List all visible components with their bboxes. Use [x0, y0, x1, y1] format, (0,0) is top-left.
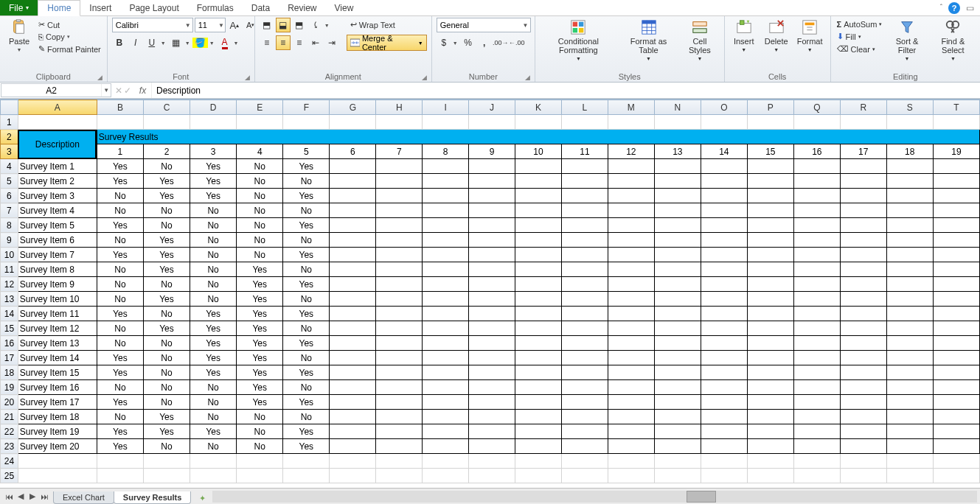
cell-styles-button[interactable]: Cell Styles▼ — [680, 18, 720, 63]
currency-dropdown[interactable]: ▼ — [451, 41, 459, 46]
cell-value[interactable] — [886, 365, 933, 380]
cell-value[interactable] — [561, 395, 608, 410]
cell-value[interactable] — [376, 233, 423, 248]
increase-decimal-icon[interactable]: .00→ — [493, 35, 508, 50]
cell-value[interactable] — [933, 277, 979, 292]
cell-value[interactable]: Yes — [97, 218, 143, 233]
cell-value[interactable]: No — [143, 351, 190, 365]
name-box-dropdown[interactable]: ▼ — [101, 84, 111, 97]
cell-value[interactable] — [654, 365, 701, 380]
fill-color-button[interactable]: 🪣 — [193, 35, 208, 50]
paste-button[interactable]: Paste ▼ — [4, 18, 34, 54]
row-header-12[interactable]: 12 — [1, 277, 18, 292]
cell-value[interactable]: No — [97, 321, 143, 336]
cell-item-label[interactable]: Survey Item 8 — [18, 262, 97, 277]
cell-value[interactable] — [793, 218, 840, 233]
cell-value[interactable] — [423, 351, 469, 365]
cell[interactable] — [515, 454, 561, 469]
col-header-E[interactable]: E — [237, 100, 283, 115]
cell-value[interactable]: No — [97, 277, 143, 292]
cell-value[interactable] — [561, 410, 608, 424]
cell-value[interactable] — [840, 424, 886, 439]
cell-value[interactable] — [654, 380, 701, 395]
cell[interactable] — [561, 454, 608, 469]
cell-value[interactable] — [515, 307, 561, 321]
cell-value[interactable] — [561, 262, 608, 277]
sheet-nav-prev-icon[interactable]: ◀ — [15, 491, 27, 503]
cell-value[interactable]: No — [143, 365, 190, 380]
cell-value[interactable] — [701, 380, 747, 395]
cell-value[interactable]: Yes — [237, 292, 283, 307]
increase-font-icon[interactable]: A▴ — [227, 18, 242, 32]
cell-value[interactable] — [654, 292, 701, 307]
cell-value[interactable] — [701, 233, 747, 248]
cell-value[interactable] — [747, 174, 793, 189]
cell-value[interactable] — [469, 262, 515, 277]
cell-value[interactable]: No — [237, 248, 283, 262]
cell-item-label[interactable]: Survey Item 17 — [18, 395, 97, 410]
orientation-dropdown[interactable]: ▼ — [323, 23, 331, 28]
cell-value[interactable] — [376, 174, 423, 189]
cell[interactable] — [747, 469, 793, 483]
cell-value[interactable] — [793, 321, 840, 336]
cell[interactable] — [330, 469, 376, 483]
row-header-25[interactable]: 25 — [1, 469, 18, 483]
col-header-M[interactable]: M — [608, 100, 654, 115]
cell-value[interactable] — [701, 292, 747, 307]
cell[interactable] — [283, 469, 330, 483]
cell-value[interactable] — [423, 292, 469, 307]
cell[interactable] — [747, 115, 793, 130]
cell-value[interactable] — [654, 248, 701, 262]
row-header-22[interactable]: 22 — [1, 424, 18, 439]
cell-value[interactable]: No — [190, 203, 237, 218]
cell-value[interactable] — [886, 174, 933, 189]
cell-value[interactable] — [469, 174, 515, 189]
cell-value[interactable] — [376, 189, 423, 203]
cell[interactable] — [701, 454, 747, 469]
cell[interactable] — [701, 115, 747, 130]
cell-value[interactable] — [747, 233, 793, 248]
cell-value[interactable] — [933, 218, 979, 233]
cell-value[interactable] — [423, 321, 469, 336]
cell-value[interactable]: Yes — [283, 439, 330, 454]
cell-value[interactable] — [608, 248, 654, 262]
cell-value[interactable]: Yes — [97, 159, 143, 174]
cell-value[interactable] — [701, 365, 747, 380]
cell-item-label[interactable]: Survey Item 14 — [18, 351, 97, 365]
border-dropdown[interactable]: ▼ — [184, 41, 192, 46]
cell-value[interactable] — [561, 380, 608, 395]
col-header-O[interactable]: O — [701, 100, 747, 115]
cell-value[interactable] — [793, 262, 840, 277]
cell-value[interactable] — [330, 159, 376, 174]
sheet-nav-next-icon[interactable]: ▶ — [27, 491, 38, 503]
cell-value[interactable] — [793, 439, 840, 454]
fx-icon[interactable]: fx — [134, 83, 152, 98]
cell-value[interactable] — [330, 365, 376, 380]
cell-value[interactable] — [793, 159, 840, 174]
cell-col-num-14[interactable]: 14 — [701, 144, 747, 159]
tab-file[interactable]: File — [0, 0, 38, 15]
cell-value[interactable]: Yes — [97, 248, 143, 262]
cell-item-label[interactable]: Survey Item 1 — [18, 159, 97, 174]
row-header-6[interactable]: 6 — [1, 189, 18, 203]
cell-col-num-8[interactable]: 8 — [423, 144, 469, 159]
cell-value[interactable] — [376, 351, 423, 365]
cell-value[interactable] — [933, 189, 979, 203]
cell-value[interactable] — [561, 174, 608, 189]
cell-value[interactable] — [933, 159, 979, 174]
cell[interactable] — [561, 469, 608, 483]
cell-value[interactable] — [376, 410, 423, 424]
cell-value[interactable] — [654, 277, 701, 292]
cell-value[interactable]: Yes — [143, 410, 190, 424]
cell-value[interactable] — [515, 174, 561, 189]
cell-value[interactable] — [423, 439, 469, 454]
cell-value[interactable] — [423, 248, 469, 262]
cell-value[interactable] — [469, 189, 515, 203]
cell-value[interactable] — [654, 218, 701, 233]
cell-value[interactable] — [515, 439, 561, 454]
cell-value[interactable]: Yes — [97, 174, 143, 189]
cell-value[interactable] — [515, 159, 561, 174]
cell-value[interactable] — [886, 233, 933, 248]
cell-value[interactable] — [515, 189, 561, 203]
cell-value[interactable] — [933, 424, 979, 439]
